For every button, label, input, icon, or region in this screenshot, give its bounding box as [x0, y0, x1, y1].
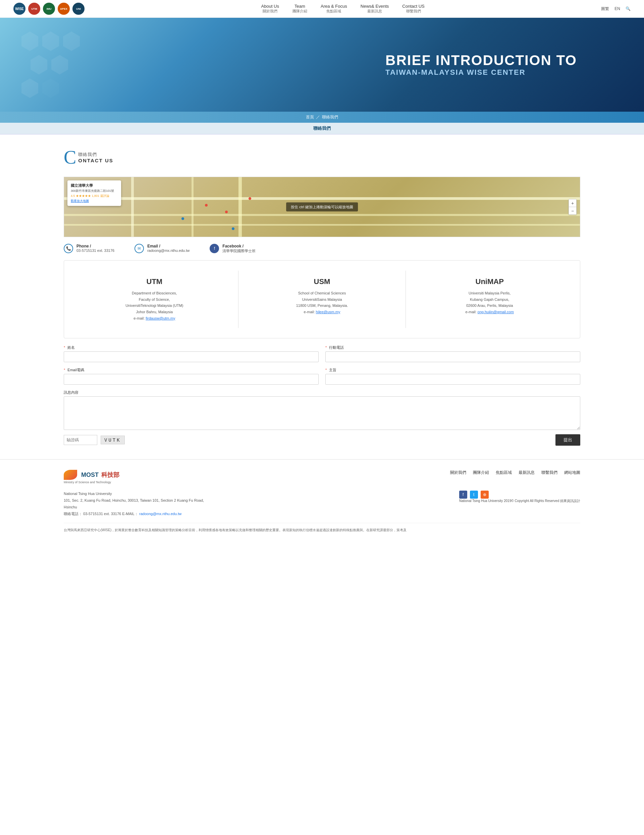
- imu-logo[interactable]: IMU: [43, 3, 55, 15]
- logo-group: WISE UTM IMU APEX UNI: [13, 3, 85, 15]
- copyright-text: Copyright All Rights Reserved: [514, 499, 559, 503]
- subject-input[interactable]: [325, 374, 580, 385]
- footer-nav-area[interactable]: 焦點區域: [496, 470, 512, 476]
- subject-required-star: *: [325, 368, 327, 372]
- footer-bottom-text: 台灣與馬來西亞研究中心(WISE)，於籌業於整合數育科技及相關知識管理的策略分析…: [64, 527, 580, 533]
- nav-contact-en: Contact US: [402, 4, 424, 9]
- twitter-social-icon[interactable]: t: [470, 491, 478, 499]
- utm-email[interactable]: firdausw@utm.my: [146, 316, 175, 320]
- email-label: Email /: [147, 244, 190, 249]
- footer-logo: MOST 科技部 Ministry of Science and Technol…: [64, 470, 119, 484]
- form-row-2: * Email電碼 * 主旨: [64, 367, 580, 385]
- unimap-card: UniMAP Universiti Malaysia Perlis,Kubang…: [406, 271, 573, 328]
- keji-label: 科技部: [101, 471, 119, 478]
- facebook-social-icon[interactable]: f: [459, 491, 467, 499]
- hero-hexagons: [20, 30, 81, 99]
- lang-zh-btn[interactable]: 圖繁: [601, 6, 609, 12]
- utm-desc: Department of Biosciences,Faculty of Sci…: [81, 290, 228, 321]
- nav-team[interactable]: Team 團隊介紹: [293, 4, 307, 14]
- map-zoom-in[interactable]: +: [569, 200, 576, 207]
- most-text-block: MOST 科技部: [81, 471, 119, 479]
- footer-nav-team[interactable]: 團隊介紹: [473, 470, 489, 476]
- footer-address-2: Hsinchu: [64, 504, 204, 511]
- captcha-group: VUTK: [64, 435, 125, 445]
- unimap-email-label: e-mail:: [465, 310, 476, 314]
- unimap-email[interactable]: ong.huiiin@gmail.com: [478, 310, 514, 314]
- footer-email-value[interactable]: radoong@mx.nthu.edu.tw: [139, 512, 182, 516]
- phone-info: 📞 Phone / 03-5715131 ext. 33176: [64, 244, 114, 253]
- footer-email-label: E-MAIL：: [122, 512, 138, 516]
- search-icon[interactable]: 🔍: [626, 6, 631, 11]
- usm-card: USM School of Chemical SciencesUniversit…: [239, 271, 406, 328]
- form-phone-label: * 行動電話: [325, 345, 580, 350]
- unimap-desc: Universiti Malaysia Perlis,Kubang Gajah …: [416, 290, 563, 315]
- map-pin-2: [225, 211, 228, 213]
- map-container[interactable]: 國立清華大學 300新竹市東區光復路二段101號 4.5 ★★★★★ 1,801…: [64, 177, 580, 237]
- name-label-text: 姓名: [67, 345, 75, 349]
- nav-area[interactable]: Area & Focus 焦點區域: [320, 4, 347, 14]
- contact-c-letter: C: [64, 148, 76, 167]
- nav-contact[interactable]: Contact US 聯繫我們: [402, 4, 424, 14]
- form-bottom-row: VUTK 提出: [64, 434, 580, 446]
- captcha-input[interactable]: [64, 435, 97, 445]
- message-textarea[interactable]: [64, 396, 580, 430]
- email-input[interactable]: [64, 374, 319, 385]
- utm-email-label: e-mail:: [133, 316, 145, 320]
- breadcrumb-home[interactable]: 首頁: [306, 114, 314, 120]
- nav-news-zh: 最新訊息: [361, 9, 389, 14]
- copyright-university: National Tsing Hua University: [459, 499, 503, 503]
- form-name-label: * 姓名: [64, 345, 319, 350]
- nav-about[interactable]: About Us 關於我們: [261, 4, 279, 14]
- footer-uni-name: National Tsing Hua University: [64, 491, 204, 497]
- nav-news[interactable]: News& Events 最新訊息: [361, 4, 389, 14]
- phone-icon: 📞: [64, 244, 73, 253]
- map-card-link[interactable]: 觀看放大地圖: [71, 199, 118, 203]
- captcha-image: VUTK: [101, 435, 125, 444]
- utm-logo[interactable]: UTM: [28, 3, 40, 15]
- usm-email[interactable]: hilee@usm.my: [316, 310, 340, 314]
- contact-title-text: 聯絡我們 ONTACT US: [78, 151, 113, 163]
- apex-logo[interactable]: APEX: [58, 3, 70, 15]
- footer-social: f t ⊕: [459, 491, 580, 499]
- footer-mid: National Tsing Hua University 101, Sec. …: [64, 491, 580, 517]
- facebook-value[interactable]: 清華學院國際學士班: [223, 249, 255, 253]
- form-phone-group: * 行動電話: [325, 345, 580, 362]
- most-label: MOST: [81, 471, 99, 478]
- contact-title-section: C 聯絡我們 ONTACT US: [0, 135, 644, 173]
- email-info: ✉ Email / radoong@mx.nthu.edu.tw: [135, 244, 190, 253]
- subject-label-text: 主旨: [329, 368, 337, 372]
- uni-logo[interactable]: UNI: [72, 3, 85, 15]
- footer-nav-contact[interactable]: 聯繫我們: [542, 470, 558, 476]
- nav-about-zh: 關於我們: [261, 9, 279, 14]
- nav-area-zh: 焦點區域: [320, 9, 347, 14]
- submit-button[interactable]: 提出: [555, 434, 580, 446]
- most-logo-wrapper: MOST 科技部: [64, 470, 119, 480]
- map-zoom-out[interactable]: −: [569, 207, 576, 214]
- map-scroll-hint: 按住 ctrl 鍵加上捲動滾輪可以縮放地圖: [286, 203, 358, 211]
- contact-title-wrapper: C 聯絡我們 ONTACT US: [64, 148, 580, 167]
- name-input[interactable]: [64, 351, 319, 362]
- contact-main-title: ONTACT US: [78, 158, 113, 163]
- phone-label-text: 行動電話: [329, 345, 344, 349]
- nav-area-en: Area & Focus: [320, 4, 347, 9]
- site-header: WISE UTM IMU APEX UNI About Us 關於我們 Team…: [0, 0, 644, 18]
- site-footer: MOST 科技部 Ministry of Science and Technol…: [0, 459, 644, 539]
- map-pin-4: [249, 197, 251, 200]
- breadcrumb: 首頁 ／ 聯絡我們: [0, 112, 644, 123]
- facebook-label: Facebook /: [223, 244, 255, 249]
- usm-email-label: e-mail:: [304, 310, 315, 314]
- form-email-label: * Email電碼: [64, 367, 319, 372]
- footer-nav-sitemap[interactable]: 網站地圖: [564, 470, 580, 476]
- copyright-year: 2019©: [504, 499, 514, 503]
- lang-en-btn[interactable]: EN: [615, 6, 620, 11]
- email-value[interactable]: radoong@mx.nthu.edu.tw: [147, 249, 190, 252]
- unimap-name: UniMAP: [416, 277, 563, 286]
- footer-nav-about[interactable]: 關於我們: [450, 470, 466, 476]
- rss-social-icon[interactable]: ⊕: [481, 491, 489, 499]
- phone-label: Phone /: [76, 244, 114, 249]
- form-message-group: 訊息內容: [64, 390, 580, 431]
- mobile-input[interactable]: [325, 351, 580, 362]
- footer-right: f t ⊕ National Tsing Hua University 2019…: [459, 491, 580, 504]
- footer-nav-news[interactable]: 最新訊息: [519, 470, 535, 476]
- wise-logo[interactable]: WISE: [13, 3, 26, 15]
